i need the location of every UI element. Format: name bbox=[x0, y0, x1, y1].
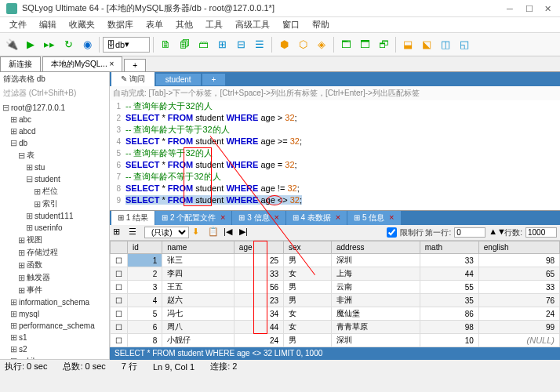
tree-item[interactable]: ⊟表 bbox=[0, 149, 109, 162]
cell-math[interactable]: 44 bbox=[420, 267, 478, 281]
cell-name[interactable]: 冯七 bbox=[162, 307, 235, 321]
tree-item[interactable]: ⊞abc bbox=[0, 114, 109, 125]
tree-item[interactable]: ⊟root@127.0.0.1 bbox=[0, 102, 109, 114]
cell-id[interactable]: 1 bbox=[128, 254, 162, 267]
cell-age[interactable]: 24 bbox=[234, 334, 283, 347]
cell-sex[interactable]: 女 bbox=[284, 307, 332, 321]
sql-editor[interactable]: 1-- 查询年龄大于32的人 2SELECT * FROM student WH… bbox=[110, 100, 560, 210]
cell-id[interactable]: 8 bbox=[128, 334, 162, 347]
spin-icon[interactable]: ▲▼ bbox=[489, 227, 501, 239]
close-button[interactable]: ✕ bbox=[544, 4, 554, 13]
tree-item[interactable]: ⊞存储过程 bbox=[0, 246, 109, 259]
menu-表单[interactable]: 表单 bbox=[141, 17, 168, 32]
tb-icon-15[interactable]: ◫ bbox=[437, 36, 454, 53]
tb-icon-12[interactable]: 🗗 bbox=[375, 36, 392, 53]
cell-age[interactable]: 56 bbox=[234, 281, 283, 294]
cell-math[interactable]: 98 bbox=[420, 321, 478, 334]
conn-tab[interactable]: + bbox=[124, 59, 146, 71]
cell-address[interactable]: 非洲 bbox=[331, 294, 420, 307]
result-tab[interactable]: ⊞ 4 表数据 × bbox=[286, 211, 347, 225]
tb-icon-6[interactable]: ☰ bbox=[251, 36, 268, 53]
tree-item[interactable]: ⊞sakila bbox=[0, 355, 109, 359]
tb-icon-5[interactable]: ⊟ bbox=[232, 36, 249, 53]
cell-id[interactable]: 6 bbox=[128, 321, 162, 334]
tree-item[interactable]: ⊞视图 bbox=[0, 234, 109, 246]
tree-item[interactable]: ⊞事件 bbox=[0, 284, 109, 296]
tree-item[interactable]: ⊞s1 bbox=[0, 332, 109, 343]
refresh-icon[interactable]: ↻ bbox=[60, 36, 77, 53]
cell-name[interactable]: 小靓仔 bbox=[162, 334, 235, 347]
cell-math[interactable]: 10 bbox=[420, 334, 478, 347]
tb-icon-7[interactable]: ⬢ bbox=[275, 36, 293, 53]
tb-icon-2[interactable]: 🗐 bbox=[176, 36, 193, 53]
tb-icon-13[interactable]: ⬓ bbox=[399, 36, 416, 53]
query-tab[interactable]: + bbox=[202, 74, 226, 85]
tb-icon-1[interactable]: 🗎 bbox=[157, 36, 174, 53]
tb-icon-4[interactable]: ⊞ bbox=[213, 36, 231, 53]
cell-name[interactable]: 张三 bbox=[162, 254, 235, 267]
menu-收藏夹[interactable]: 收藏夹 bbox=[64, 17, 100, 32]
cell-age[interactable]: 33 bbox=[234, 267, 283, 281]
cell-name[interactable]: 李四 bbox=[162, 267, 235, 281]
column-header[interactable]: address bbox=[331, 241, 420, 254]
stop-icon[interactable]: ◉ bbox=[78, 36, 96, 53]
sidebar-filter[interactable]: 过滤器 (Ctrl+Shift+B) bbox=[0, 86, 109, 100]
cell-math[interactable]: 55 bbox=[420, 281, 478, 294]
menu-高级工具[interactable]: 高级工具 bbox=[231, 17, 275, 32]
cell-name[interactable]: 周八 bbox=[162, 321, 235, 334]
cell-english[interactable]: (NULL) bbox=[478, 334, 559, 347]
tree-item[interactable]: ⊞userinfo bbox=[0, 222, 109, 234]
tree-item[interactable]: ⊞函数 bbox=[0, 259, 109, 271]
limit-checkbox[interactable] bbox=[387, 227, 397, 238]
cell-id[interactable]: 5 bbox=[128, 307, 162, 321]
tb-icon-10[interactable]: 🗔 bbox=[337, 36, 355, 53]
menu-编辑[interactable]: 编辑 bbox=[35, 17, 61, 32]
cell-sex[interactable]: 男 bbox=[284, 254, 332, 267]
tree-item[interactable]: ⊞performance_schema bbox=[0, 320, 109, 332]
cell-sex[interactable]: 男 bbox=[284, 334, 332, 347]
menu-文件[interactable]: 文件 bbox=[5, 17, 31, 32]
cell-address[interactable]: 深圳 bbox=[331, 334, 420, 347]
readonly-combo[interactable]: (只读) bbox=[144, 227, 189, 238]
column-header[interactable]: math bbox=[420, 241, 478, 254]
menu-帮助[interactable]: 帮助 bbox=[307, 17, 334, 32]
tb-icon-3[interactable]: 🗃 bbox=[195, 36, 212, 53]
row-checkbox[interactable]: ☐ bbox=[111, 307, 128, 321]
cell-math[interactable]: 33 bbox=[420, 254, 478, 267]
tree-item[interactable]: ⊞mysql bbox=[0, 308, 109, 320]
nav-first-icon[interactable]: |◀ bbox=[224, 227, 236, 239]
tb-icon-11[interactable]: 🗖 bbox=[356, 36, 373, 53]
cell-id[interactable]: 4 bbox=[128, 294, 162, 307]
cell-english[interactable]: 33 bbox=[478, 281, 559, 294]
maximize-button[interactable]: ☐ bbox=[525, 4, 535, 13]
cell-math[interactable]: 86 bbox=[420, 307, 478, 321]
row-checkbox[interactable]: ☐ bbox=[111, 254, 128, 267]
cell-sex[interactable]: 男 bbox=[284, 281, 332, 294]
tb-icon-9[interactable]: ◈ bbox=[313, 36, 330, 53]
row-checkbox[interactable]: ☐ bbox=[111, 294, 128, 307]
column-header[interactable]: name bbox=[162, 241, 235, 254]
row-checkbox[interactable]: ☐ bbox=[111, 321, 128, 334]
tb-icon-14[interactable]: ⬕ bbox=[418, 36, 435, 53]
tree-item[interactable]: ⊟student bbox=[0, 173, 109, 185]
cell-sex[interactable]: 女 bbox=[284, 267, 332, 281]
menu-窗口[interactable]: 窗口 bbox=[278, 17, 304, 32]
column-header[interactable]: age bbox=[234, 241, 283, 254]
tb-icon-16[interactable]: ◱ bbox=[456, 36, 473, 53]
cell-id[interactable]: 3 bbox=[128, 281, 162, 294]
cell-english[interactable]: 76 bbox=[478, 294, 559, 307]
tree-item[interactable]: ⊟db bbox=[0, 137, 109, 149]
tree-item[interactable]: ⊞information_schema bbox=[0, 296, 109, 308]
menu-其他[interactable]: 其他 bbox=[171, 17, 198, 32]
cell-address[interactable]: 魔仙堡 bbox=[331, 307, 420, 321]
tree-item[interactable]: ⊞student111 bbox=[0, 210, 109, 222]
execute-all-icon[interactable]: ▸▸ bbox=[41, 36, 58, 53]
cell-age[interactable]: 44 bbox=[234, 321, 283, 334]
database-combo[interactable]: 🗄 db ▾ bbox=[103, 37, 150, 53]
minimize-button[interactable]: ─ bbox=[507, 4, 516, 13]
row-checkbox[interactable]: ☐ bbox=[111, 281, 128, 294]
cell-english[interactable]: 98 bbox=[478, 254, 559, 267]
tb-icon-8[interactable]: ⬡ bbox=[294, 36, 311, 53]
cell-id[interactable]: 2 bbox=[128, 267, 162, 281]
tree-item[interactable]: ⊞栏位 bbox=[0, 185, 109, 198]
